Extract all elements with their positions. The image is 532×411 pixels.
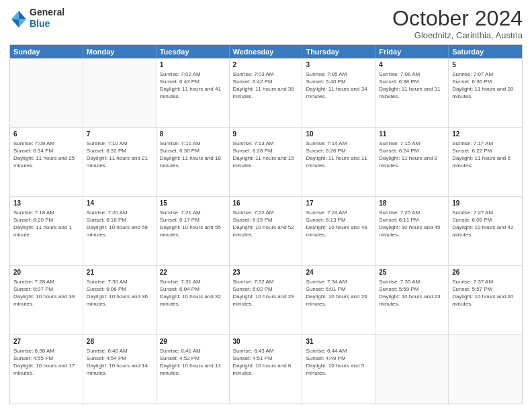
calendar-cell: 3Sunrise: 7:05 AM Sunset: 6:40 PM Daylig… (302, 58, 375, 127)
header-day-monday: Monday (83, 45, 157, 58)
cell-info: Sunrise: 7:34 AM Sunset: 6:01 PM Dayligh… (306, 278, 371, 308)
day-number: 10 (306, 130, 371, 139)
cell-info: Sunrise: 7:06 AM Sunset: 6:38 PM Dayligh… (379, 71, 445, 101)
cell-info: Sunrise: 6:40 AM Sunset: 4:54 PM Dayligh… (87, 347, 152, 377)
cell-info: Sunrise: 7:10 AM Sunset: 6:32 PM Dayligh… (87, 140, 152, 170)
day-number: 6 (13, 130, 79, 139)
cell-info: Sunrise: 6:41 AM Sunset: 4:52 PM Dayligh… (160, 347, 226, 377)
logo: General Blue (9, 7, 64, 30)
cell-info: Sunrise: 7:21 AM Sunset: 6:17 PM Dayligh… (160, 209, 226, 239)
cell-info: Sunrise: 7:24 AM Sunset: 6:13 PM Dayligh… (306, 209, 371, 239)
logo-text: General Blue (30, 7, 64, 30)
calendar-cell: 7Sunrise: 7:10 AM Sunset: 6:32 PM Daylig… (83, 128, 157, 196)
logo-icon (9, 9, 28, 28)
cell-info: Sunrise: 7:09 AM Sunset: 6:34 PM Dayligh… (13, 140, 79, 170)
month-title: October 2024 (392, 7, 523, 30)
day-number: 18 (379, 199, 445, 208)
calendar-cell: 9Sunrise: 7:13 AM Sunset: 6:28 PM Daylig… (230, 128, 303, 196)
calendar-cell: 24Sunrise: 7:34 AM Sunset: 6:01 PM Dayli… (302, 266, 375, 334)
header-day-wednesday: Wednesday (230, 45, 303, 58)
svg-marker-2 (11, 11, 19, 19)
calendar-cell: 19Sunrise: 7:27 AM Sunset: 6:09 PM Dayli… (449, 197, 522, 265)
day-number: 15 (160, 199, 226, 208)
cell-info: Sunrise: 7:02 AM Sunset: 6:43 PM Dayligh… (160, 71, 226, 101)
calendar-cell: 8Sunrise: 7:11 AM Sunset: 6:30 PM Daylig… (157, 128, 230, 196)
calendar-cell: 2Sunrise: 7:03 AM Sunset: 6:42 PM Daylig… (230, 58, 303, 127)
calendar-cell: 25Sunrise: 7:35 AM Sunset: 5:59 PM Dayli… (375, 266, 449, 334)
calendar-cell: 12Sunrise: 7:17 AM Sunset: 6:22 PM Dayli… (449, 128, 522, 196)
cell-info: Sunrise: 7:03 AM Sunset: 6:42 PM Dayligh… (233, 71, 299, 101)
cell-info: Sunrise: 6:43 AM Sunset: 4:51 PM Dayligh… (233, 347, 299, 377)
day-number: 13 (13, 199, 79, 208)
day-number: 3 (306, 60, 371, 70)
calendar-cell: 23Sunrise: 7:32 AM Sunset: 6:02 PM Dayli… (230, 266, 303, 334)
header-day-sunday: Sunday (10, 45, 83, 58)
day-number: 7 (87, 130, 152, 139)
calendar-cell: 30Sunrise: 6:43 AM Sunset: 4:51 PM Dayli… (230, 335, 303, 404)
calendar-cell: 20Sunrise: 7:28 AM Sunset: 6:07 PM Dayli… (10, 266, 83, 334)
cell-info: Sunrise: 7:22 AM Sunset: 6:15 PM Dayligh… (233, 209, 299, 239)
location: Gloednitz, Carinthia, Austria (392, 30, 523, 40)
calendar-row-2: 6Sunrise: 7:09 AM Sunset: 6:34 PM Daylig… (10, 127, 522, 196)
day-number: 28 (87, 337, 152, 347)
day-number: 8 (160, 130, 226, 139)
calendar-cell: 18Sunrise: 7:25 AM Sunset: 6:11 PM Dayli… (375, 197, 449, 265)
day-number: 21 (87, 268, 152, 277)
logo-line1: General (30, 7, 64, 18)
day-number: 4 (379, 60, 445, 70)
cell-info: Sunrise: 7:15 AM Sunset: 6:24 PM Dayligh… (379, 140, 445, 170)
calendar-cell (449, 335, 522, 404)
svg-marker-1 (19, 19, 26, 27)
day-number: 29 (160, 337, 226, 347)
header-day-friday: Friday (375, 45, 449, 58)
cell-info: Sunrise: 7:17 AM Sunset: 6:22 PM Dayligh… (452, 140, 519, 170)
cell-info: Sunrise: 7:14 AM Sunset: 6:26 PM Dayligh… (306, 140, 371, 170)
cell-info: Sunrise: 7:31 AM Sunset: 6:04 PM Dayligh… (160, 278, 226, 308)
cell-info: Sunrise: 7:28 AM Sunset: 6:07 PM Dayligh… (13, 278, 79, 308)
calendar-body: 1Sunrise: 7:02 AM Sunset: 6:43 PM Daylig… (10, 58, 522, 404)
calendar-cell: 29Sunrise: 6:41 AM Sunset: 4:52 PM Dayli… (157, 335, 230, 404)
day-number: 11 (379, 130, 445, 139)
cell-info: Sunrise: 7:11 AM Sunset: 6:30 PM Dayligh… (160, 140, 226, 170)
day-number: 30 (233, 337, 299, 347)
calendar-cell: 27Sunrise: 6:38 AM Sunset: 4:55 PM Dayli… (10, 335, 83, 404)
day-number: 5 (452, 60, 519, 70)
calendar-cell: 16Sunrise: 7:22 AM Sunset: 6:15 PM Dayli… (230, 197, 303, 265)
calendar-cell (10, 58, 83, 127)
calendar: SundayMondayTuesdayWednesdayThursdayFrid… (9, 44, 523, 404)
calendar-cell: 31Sunrise: 6:44 AM Sunset: 4:49 PM Dayli… (302, 335, 375, 404)
calendar-cell: 13Sunrise: 7:18 AM Sunset: 6:20 PM Dayli… (10, 197, 83, 265)
cell-info: Sunrise: 7:30 AM Sunset: 6:06 PM Dayligh… (87, 278, 152, 308)
calendar-cell: 21Sunrise: 7:30 AM Sunset: 6:06 PM Dayli… (83, 266, 157, 334)
svg-marker-0 (19, 11, 26, 19)
day-number: 31 (306, 337, 371, 347)
calendar-header: SundayMondayTuesdayWednesdayThursdayFrid… (10, 45, 522, 58)
svg-marker-3 (11, 19, 19, 27)
day-number: 27 (13, 337, 79, 347)
calendar-cell: 10Sunrise: 7:14 AM Sunset: 6:26 PM Dayli… (302, 128, 375, 196)
day-number: 2 (233, 60, 299, 70)
day-number: 1 (160, 60, 226, 70)
calendar-cell: 28Sunrise: 6:40 AM Sunset: 4:54 PM Dayli… (83, 335, 157, 404)
day-number: 17 (306, 199, 371, 208)
cell-info: Sunrise: 7:32 AM Sunset: 6:02 PM Dayligh… (233, 278, 299, 308)
day-number: 23 (233, 268, 299, 277)
calendar-row-4: 20Sunrise: 7:28 AM Sunset: 6:07 PM Dayli… (10, 265, 522, 334)
calendar-cell (83, 58, 157, 127)
day-number: 25 (379, 268, 445, 277)
calendar-cell: 4Sunrise: 7:06 AM Sunset: 6:38 PM Daylig… (375, 58, 449, 127)
header-day-thursday: Thursday (302, 45, 375, 58)
cell-info: Sunrise: 6:44 AM Sunset: 4:49 PM Dayligh… (306, 347, 371, 377)
day-number: 14 (87, 199, 152, 208)
day-number: 20 (13, 268, 79, 277)
day-number: 19 (452, 199, 519, 208)
day-number: 22 (160, 268, 226, 277)
header-day-tuesday: Tuesday (157, 45, 230, 58)
title-block: October 2024 Gloednitz, Carinthia, Austr… (392, 7, 523, 40)
cell-info: Sunrise: 7:37 AM Sunset: 5:57 PM Dayligh… (452, 278, 519, 308)
day-number: 26 (452, 268, 519, 277)
day-number: 12 (452, 130, 519, 139)
day-number: 24 (306, 268, 371, 277)
calendar-row-5: 27Sunrise: 6:38 AM Sunset: 4:55 PM Dayli… (10, 334, 522, 404)
calendar-cell (375, 335, 449, 404)
